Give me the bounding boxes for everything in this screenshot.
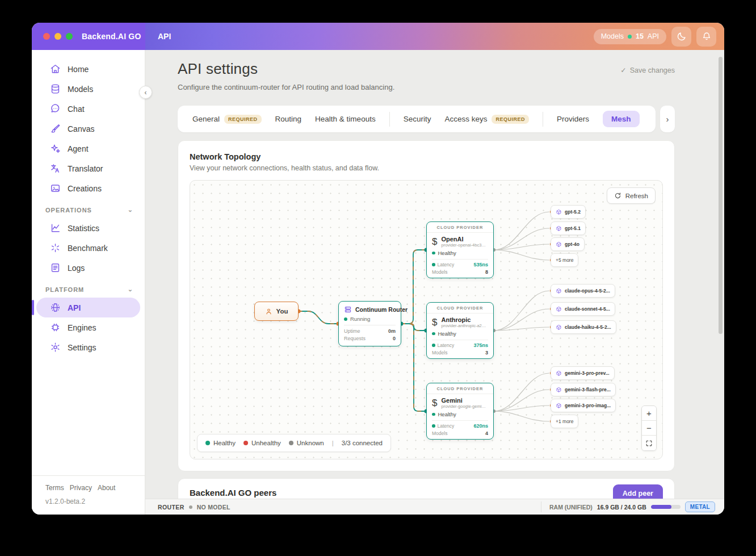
chevron-down-icon: ⌄ <box>128 206 133 214</box>
zoom-window-button[interactable] <box>66 33 73 40</box>
tab-access-keys[interactable]: Access keys REQUIRED <box>444 115 529 124</box>
cube-icon <box>556 387 562 393</box>
sidebar-item-label: Creations <box>68 184 102 193</box>
fit-view-button[interactable] <box>642 436 656 450</box>
legend-healthy-label: Healthy <box>213 440 236 446</box>
sidebar-item-settings[interactable]: Settings <box>36 337 140 357</box>
sidebar-item-statistics[interactable]: Statistics <box>36 218 140 238</box>
sidebar-item-chat[interactable]: Chat <box>36 99 140 119</box>
save-changes-button[interactable]: ✓ Save changes <box>620 66 675 74</box>
node-model-gemini-pro-image[interactable]: gemini-3-pro-imag... <box>551 399 616 412</box>
sidebar-item-canvas[interactable]: Canvas <box>36 119 140 139</box>
node-more-gemini-models[interactable]: +1 more <box>551 415 578 428</box>
model-chip-label: +5 more <box>556 257 573 263</box>
tab-label: Access keys <box>444 115 487 123</box>
sidebar-collapse-button[interactable]: ‹ <box>139 86 152 99</box>
sidebar-item-label: Statistics <box>68 224 99 233</box>
sidebar-item-translator[interactable]: Translator <box>36 158 140 178</box>
node-model-gemini-pro-preview[interactable]: gemini-3-pro-prev... <box>551 366 615 380</box>
node-model-claude-sonnet[interactable]: claude-sonnet-4-5... <box>551 302 615 316</box>
database-icon <box>50 83 61 94</box>
provider-kind: CLOUD PROVIDER <box>427 222 493 233</box>
latency-label: Latency <box>438 342 455 348</box>
privacy-link[interactable]: Privacy <box>70 484 92 492</box>
tab-label: General <box>192 115 220 123</box>
node-provider-gemini[interactable]: CLOUD PROVIDER $ Gemini provider-google-… <box>426 383 494 440</box>
sidebar-item-label: Agent <box>68 144 89 153</box>
router-title: Continuum Router <box>355 306 408 313</box>
node-model-claude-opus[interactable]: claude-opus-4-5-2... <box>551 284 615 298</box>
image-icon <box>50 183 61 194</box>
tab-providers[interactable]: Providers <box>557 115 589 123</box>
sidebar-item-models[interactable]: Models <box>36 79 140 99</box>
sidebar-section-platform[interactable]: PLATFORM ⌄ <box>32 278 145 298</box>
dark-mode-toggle-button[interactable] <box>671 27 691 47</box>
model-chip-label: gemini-3-flash-pre... <box>565 387 611 392</box>
sidebar-item-engines[interactable]: Engines <box>36 317 140 337</box>
node-model-gpt-4o[interactable]: gpt-4o <box>551 237 585 251</box>
app-window: Backend.AI GO API Models 15 API Home <box>32 23 724 515</box>
node-continuum-router[interactable]: Continuum Router Running Uptime0m Reques… <box>338 301 401 346</box>
node-provider-anthropic[interactable]: CLOUD PROVIDER $ Anthropic provider-anth… <box>426 302 494 359</box>
tab-general[interactable]: General REQUIRED <box>192 115 262 124</box>
sidebar-item-agent[interactable]: Agent <box>36 139 140 158</box>
node-more-openai-models[interactable]: +5 more <box>551 253 578 267</box>
sidebar-item-creations[interactable]: Creations <box>36 178 140 198</box>
scrollbar-thumb[interactable] <box>719 57 723 334</box>
cube-icon <box>556 403 562 409</box>
node-model-gpt-5-1[interactable]: gpt-5.1 <box>551 221 586 235</box>
sidebar-item-logs[interactable]: Logs <box>36 258 140 278</box>
latency-value: 535ns <box>473 262 488 267</box>
notifications-button[interactable] <box>696 27 716 47</box>
cube-icon <box>556 370 562 377</box>
add-peer-button[interactable]: Add peer <box>613 484 663 499</box>
sidebar-footer: Terms Privacy About v1.2.0-beta.2 <box>32 475 145 515</box>
terms-link[interactable]: Terms <box>45 484 64 492</box>
router-status-label: ROUTER <box>158 504 184 511</box>
model-chip-label: claude-haiku-4-5-2... <box>565 324 611 330</box>
provider-kind: CLOUD PROVIDER <box>427 383 493 394</box>
model-chip-label: gpt-5.1 <box>565 225 581 231</box>
minimize-window-button[interactable] <box>54 33 61 40</box>
sidebar-item-benchmark[interactable]: Benchmark <box>36 238 140 258</box>
main-content: API settings Configure the continuum-rou… <box>145 50 724 499</box>
healthy-dot <box>432 332 435 336</box>
refresh-label: Refresh <box>625 193 648 199</box>
tab-mesh[interactable]: Mesh <box>603 111 640 127</box>
gear-icon <box>50 342 61 353</box>
tab-routing[interactable]: Routing <box>275 115 302 123</box>
node-model-gpt-5-2[interactable]: gpt-5.2 <box>551 205 586 219</box>
about-link[interactable]: About <box>98 484 115 492</box>
latency-value: 375ns <box>473 342 488 348</box>
tab-security[interactable]: Security <box>404 115 431 123</box>
close-window-button[interactable] <box>43 33 50 40</box>
sidebar-item-home[interactable]: Home <box>36 59 140 79</box>
zoom-in-button[interactable]: + <box>642 406 656 421</box>
models-status-pill[interactable]: Models 15 API <box>594 29 666 44</box>
topology-canvas[interactable]: Refresh You Continuum <box>190 180 663 459</box>
router-row-value: 0m <box>388 328 396 335</box>
tab-health-timeouts[interactable]: Health & timeouts <box>315 115 376 123</box>
tabs-scroll-next-button[interactable]: › <box>660 106 675 132</box>
router-row-value: 0 <box>393 335 396 342</box>
chevron-right-icon: › <box>666 114 669 124</box>
titlebar: Backend.AI GO API Models 15 API <box>32 23 724 50</box>
server-icon <box>344 306 352 313</box>
node-provider-openai[interactable]: CLOUD PROVIDER $ OpenAI provider-openai-… <box>426 221 494 278</box>
zoom-out-button[interactable]: − <box>642 421 656 436</box>
sidebar-item-api[interactable]: API <box>36 298 140 317</box>
refresh-button[interactable]: Refresh <box>607 187 656 204</box>
model-chip-label: claude-opus-4-5-2... <box>565 288 610 294</box>
section-label: PLATFORM <box>45 286 84 293</box>
home-icon <box>50 64 61 74</box>
provider-status: Healthy <box>438 331 456 337</box>
node-model-claude-haiku[interactable]: claude-haiku-4-5-2... <box>551 320 616 334</box>
sidebar-section-operations[interactable]: OPERATIONS ⌄ <box>32 198 145 218</box>
required-badge: REQUIRED <box>224 115 262 124</box>
latency-label: Latency <box>438 423 455 429</box>
models-value: 8 <box>485 269 488 275</box>
node-model-gemini-flash-preview[interactable]: gemini-3-flash-pre... <box>551 383 616 396</box>
sidebar-item-label: Engines <box>68 323 96 332</box>
topology-title: Network Topology <box>190 152 663 161</box>
node-you[interactable]: You <box>254 302 299 321</box>
